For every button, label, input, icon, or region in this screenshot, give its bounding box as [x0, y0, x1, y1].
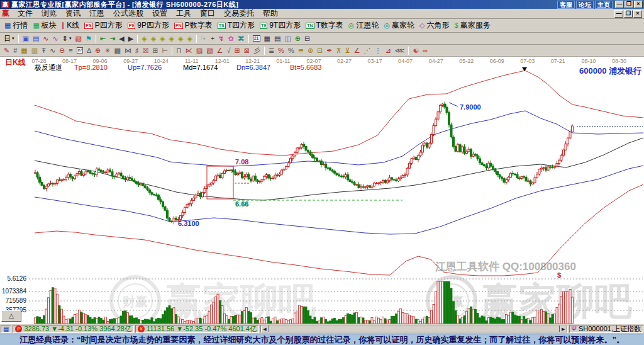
- menu-item-1[interactable]: 浏览: [37, 8, 61, 19]
- p-square-button[interactable]: PSP四方形: [82, 20, 125, 31]
- t-table-button[interactable]: TNT数字表: [303, 20, 346, 31]
- volume-pane-toggle-button[interactable]: △: [1, 310, 21, 322]
- red-grid-icon[interactable]: ☒: [140, 47, 150, 55]
- fan3-icon[interactable]: ⋘: [393, 47, 407, 55]
- menu-item-8[interactable]: 交易委托: [219, 8, 258, 19]
- scroll-left-icon[interactable]: ◀: [261, 325, 269, 332]
- fan-lines-icon[interactable]: ⋉: [184, 47, 194, 55]
- menu-item-5[interactable]: 设置: [148, 8, 172, 19]
- zoom-out-icon[interactable]: ◈: [186, 35, 194, 43]
- gann-wheel-button[interactable]: ◎江恩轮: [346, 20, 382, 31]
- waves-icon[interactable]: 彡: [252, 47, 262, 55]
- quotes-button[interactable]: ▦行情: [2, 20, 30, 31]
- kline-chart[interactable]: 财赢赢家聊吧财赢赢家聊吧江恩工具软件 QQ:1008003605.6126107…: [0, 57, 644, 324]
- dots-icon[interactable]: ⋮: [373, 47, 384, 55]
- triangle-tool-icon[interactable]: ∆: [85, 47, 93, 55]
- sz-index-panel[interactable]: ¥ 11131.56 ▼-52.35 -0.47% 4601.4亿: [135, 325, 259, 333]
- ink-pen-icon[interactable]: ✒: [325, 47, 334, 55]
- golden-box-icon[interactable]: ⊡: [315, 47, 325, 55]
- web-update-icon[interactable]: ⊕: [293, 35, 303, 43]
- window-layout-icon[interactable]: ▣: [21, 35, 31, 43]
- spiral-tool-icon[interactable]: ∿: [48, 47, 57, 55]
- percent-icon[interactable]: %: [286, 47, 296, 55]
- close-button[interactable]: ×: [634, 1, 643, 8]
- n2-tool-icon[interactable]: n²: [75, 47, 86, 54]
- hand-tool-icon[interactable]: ☞: [199, 35, 209, 43]
- zigzag-tool-icon[interactable]: ↯: [216, 35, 226, 43]
- lattice-icon[interactable]: ⊞: [232, 47, 242, 55]
- minimize-button[interactable]: —: [615, 1, 624, 8]
- slope-icon[interactable]: ∠: [352, 47, 362, 55]
- next-bar-icon[interactable]: ▶: [126, 35, 135, 43]
- kline-red-icon[interactable]: ∿: [41, 35, 50, 43]
- percent-down-icon[interactable]: %: [276, 47, 286, 55]
- ninep-square-button[interactable]: P99P四方形: [125, 20, 172, 31]
- crosshair-tool-icon[interactable]: +: [209, 35, 216, 43]
- mdi-close-button[interactable]: ×: [633, 10, 642, 18]
- t-square-icon[interactable]: Ŧ: [40, 47, 48, 55]
- last-bar-icon[interactable]: ⇥: [108, 35, 117, 43]
- golden-section-icon[interactable]: ≌: [296, 47, 306, 55]
- axis-tool-icon[interactable]: ⊢: [160, 47, 170, 55]
- menu-item-4[interactable]: 公式选股: [109, 8, 148, 19]
- info-view-icon[interactable]: ▤: [31, 35, 41, 43]
- prev-bar-icon[interactable]: ◀: [117, 35, 126, 43]
- angle-tool-icon[interactable]: ∠: [215, 47, 225, 55]
- calculator-icon[interactable]: ▦: [262, 35, 272, 43]
- notebook-icon[interactable]: ▤: [272, 35, 282, 43]
- p-table-button[interactable]: PNP数字表: [172, 20, 215, 31]
- scroll-right-icon[interactable]: ▶: [560, 325, 567, 332]
- yinyang-icon[interactable]: ☯: [411, 47, 421, 55]
- ninet-square-button[interactable]: T99T四方形: [257, 20, 303, 31]
- gann-grid2-icon[interactable]: ▥: [30, 47, 40, 55]
- winner-wheel-button[interactable]: ◎赢家轮: [381, 20, 417, 31]
- circle-tool-icon[interactable]: ⊖: [57, 47, 67, 55]
- quad-grid-icon[interactable]: ⊞: [150, 47, 160, 55]
- curve-check-icon[interactable]: √: [225, 47, 232, 55]
- shade-box-icon[interactable]: ▩: [113, 47, 123, 55]
- sharp-grid-icon[interactable]: ♯: [133, 47, 141, 55]
- lattice2-icon[interactable]: ⊠: [242, 47, 252, 55]
- kline-overlay-icon[interactable]: ▧: [74, 35, 84, 43]
- fill-box-icon[interactable]: ▨: [194, 47, 204, 55]
- menu-item-9[interactable]: 帮助: [258, 8, 282, 19]
- wedge-icon[interactable]: ⊿: [384, 47, 393, 55]
- horizontal-scrollbar[interactable]: ◀ ▶: [260, 325, 568, 333]
- fill-box2-icon[interactable]: ▧: [204, 47, 214, 55]
- export-icon[interactable]: ⊟: [303, 35, 312, 43]
- sh-index-panel[interactable]: P 3286.73 ▼-4.31 -0.13% 3964.28亿: [13, 325, 134, 333]
- menu-item-3[interactable]: 江恩: [85, 8, 109, 19]
- market-grid-panel[interactable]: ▦: [1, 325, 11, 333]
- first-bar-icon[interactable]: ⇤: [98, 35, 108, 43]
- pattern-tool-icon[interactable]: ⌘: [236, 35, 247, 43]
- restore-button[interactable]: ❐: [625, 1, 633, 8]
- mdi-restore-button[interactable]: ❐: [624, 10, 633, 18]
- infinity-icon[interactable]: ∞: [421, 47, 430, 55]
- scrollbar-thumb[interactable]: [269, 325, 560, 332]
- t-square-button[interactable]: TST四方形: [215, 20, 257, 31]
- menu-item-6[interactable]: 工具: [172, 8, 196, 19]
- compress-y-icon[interactable]: ◈: [140, 35, 148, 43]
- zoom-in-icon[interactable]: ◈: [176, 35, 185, 43]
- period-day-button[interactable]: 日▾: [2, 35, 16, 43]
- stamp-tool-icon[interactable]: ✿: [226, 35, 236, 43]
- winner-service-button[interactable]: $赢家服务: [452, 20, 493, 31]
- kline-magenta-icon[interactable]: ∿: [51, 35, 60, 43]
- hexagon-button[interactable]: ◇六角形: [417, 20, 452, 31]
- hatch-tool-icon[interactable]: #: [11, 47, 19, 55]
- kline-button[interactable]: ∥K线: [59, 20, 82, 31]
- bowtie-icon[interactable]: ⋈: [123, 47, 133, 55]
- pen-tool-icon[interactable]: ✎: [2, 47, 11, 55]
- save-icon[interactable]: ◫: [282, 35, 292, 43]
- titlebar-link-0[interactable]: 客服: [557, 1, 575, 9]
- pennant-icon[interactable]: ⚑: [84, 35, 94, 43]
- compress-x-icon[interactable]: ◈: [158, 35, 167, 43]
- price-box2-icon[interactable]: ⊻: [343, 47, 352, 55]
- gann-grid-icon[interactable]: ▦: [19, 47, 29, 55]
- menu-item-0[interactable]: 文件: [13, 8, 37, 19]
- titlebar-link-1[interactable]: 论坛: [576, 1, 594, 9]
- current-symbol-panel[interactable]: Ψ SH000001,上证指数: [569, 325, 643, 333]
- golden-circle-icon[interactable]: ⊛: [306, 47, 315, 55]
- staff-lines-icon[interactable]: ≣: [267, 47, 276, 55]
- levels-tool-icon[interactable]: ≡: [67, 47, 74, 55]
